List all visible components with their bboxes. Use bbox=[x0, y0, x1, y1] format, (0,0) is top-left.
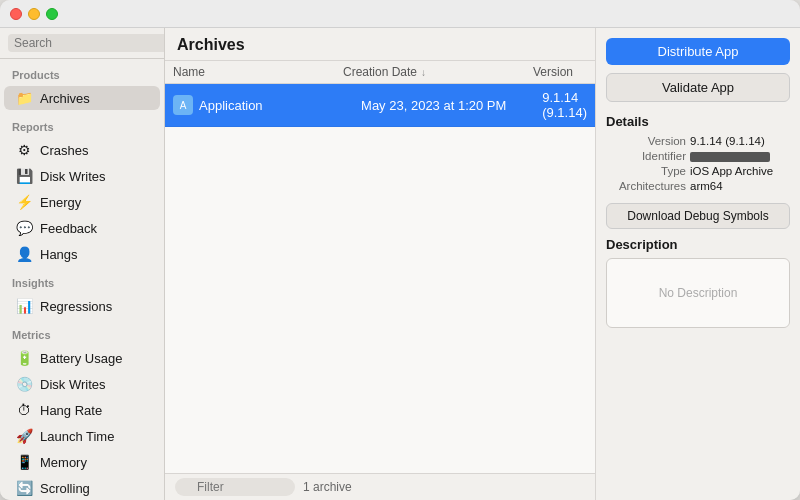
row-date: May 23, 2023 at 1:20 PM bbox=[361, 98, 542, 113]
content-footer: ⌕ 1 archive bbox=[165, 473, 595, 500]
details-version-row: Version 9.1.14 (9.1.14) bbox=[606, 135, 790, 147]
details-identifier-row: Identifier bbox=[606, 150, 790, 162]
details-title: Details bbox=[606, 114, 790, 129]
version-label: Version bbox=[606, 135, 686, 147]
sidebar-item-disk-writes-metrics[interactable]: 💿 Disk Writes bbox=[4, 372, 160, 396]
energy-icon: ⚡ bbox=[16, 194, 32, 210]
details-section: Details Version 9.1.14 (9.1.14) Identifi… bbox=[606, 114, 790, 195]
sidebar-item-disk-writes[interactable]: 💾 Disk Writes bbox=[4, 164, 160, 188]
insights-section-label: Insights bbox=[0, 267, 164, 293]
metrics-section-label: Metrics bbox=[0, 319, 164, 345]
table-header: Name Creation Date ↓ Version bbox=[165, 61, 595, 84]
right-panel: Distribute App Validate App Details Vers… bbox=[595, 28, 800, 500]
archives-icon: 📁 bbox=[16, 90, 32, 106]
disk-writes-label: Disk Writes bbox=[40, 169, 105, 184]
energy-label: Energy bbox=[40, 195, 81, 210]
no-description-text: No Description bbox=[659, 286, 738, 300]
search-input[interactable] bbox=[8, 34, 165, 52]
sidebar-item-launch-time[interactable]: 🚀 Launch Time bbox=[4, 424, 160, 448]
archive-count: 1 archive bbox=[303, 480, 352, 494]
minimize-button[interactable] bbox=[28, 8, 40, 20]
details-type-row: Type iOS App Archive bbox=[606, 165, 790, 177]
description-title: Description bbox=[606, 237, 790, 252]
sidebar-item-crashes[interactable]: ⚙ Crashes bbox=[4, 138, 160, 162]
sidebar-item-hang-rate[interactable]: ⏱ Hang Rate bbox=[4, 398, 160, 422]
crashes-label: Crashes bbox=[40, 143, 88, 158]
sidebar-item-battery-usage[interactable]: 🔋 Battery Usage bbox=[4, 346, 160, 370]
architectures-value: arm64 bbox=[690, 180, 723, 192]
col-name-header[interactable]: Name bbox=[173, 65, 343, 79]
col-version-header[interactable]: Version bbox=[533, 65, 587, 79]
battery-usage-label: Battery Usage bbox=[40, 351, 122, 366]
details-architectures-row: Architectures arm64 bbox=[606, 180, 790, 192]
maximize-button[interactable] bbox=[46, 8, 58, 20]
archives-label: Archives bbox=[40, 91, 90, 106]
sidebar-item-memory[interactable]: 📱 Memory bbox=[4, 450, 160, 474]
distribute-app-button[interactable]: Distribute App bbox=[606, 38, 790, 65]
traffic-lights bbox=[10, 8, 58, 20]
description-box: No Description bbox=[606, 258, 790, 328]
scrolling-icon: 🔄 bbox=[16, 480, 32, 496]
version-value: 9.1.14 (9.1.14) bbox=[690, 135, 765, 147]
hangs-icon: 👤 bbox=[16, 246, 32, 262]
regressions-label: Regressions bbox=[40, 299, 112, 314]
sidebar-item-hangs[interactable]: 👤 Hangs bbox=[4, 242, 160, 266]
row-version: 9.1.14 (9.1.14) bbox=[542, 90, 587, 120]
app-icon: A bbox=[173, 95, 193, 115]
type-value: iOS App Archive bbox=[690, 165, 773, 177]
identifier-value bbox=[690, 152, 770, 162]
table-body: A Application May 23, 2023 at 1:20 PM 9.… bbox=[165, 84, 595, 473]
scrolling-label: Scrolling bbox=[40, 481, 90, 496]
crashes-icon: ⚙ bbox=[16, 142, 32, 158]
table-row[interactable]: A Application May 23, 2023 at 1:20 PM 9.… bbox=[165, 84, 595, 127]
sidebar-item-feedback[interactable]: 💬 Feedback bbox=[4, 216, 160, 240]
sidebar-item-scrolling[interactable]: 🔄 Scrolling bbox=[4, 476, 160, 500]
reports-section-label: Reports bbox=[0, 111, 164, 137]
disk-writes-icon: 💾 bbox=[16, 168, 32, 184]
memory-label: Memory bbox=[40, 455, 87, 470]
identifier-label: Identifier bbox=[606, 150, 686, 162]
feedback-icon: 💬 bbox=[16, 220, 32, 236]
type-label: Type bbox=[606, 165, 686, 177]
filter-input[interactable] bbox=[175, 478, 295, 496]
memory-icon: 📱 bbox=[16, 454, 32, 470]
col-date-header[interactable]: Creation Date ↓ bbox=[343, 65, 533, 79]
close-button[interactable] bbox=[10, 8, 22, 20]
architectures-label: Architectures bbox=[606, 180, 686, 192]
hangs-label: Hangs bbox=[40, 247, 78, 262]
products-section-label: Products bbox=[0, 59, 164, 85]
validate-app-button[interactable]: Validate App bbox=[606, 73, 790, 102]
sidebar-search-bar[interactable]: ❯ bbox=[0, 28, 164, 59]
launch-time-icon: 🚀 bbox=[16, 428, 32, 444]
row-name: Application bbox=[199, 98, 361, 113]
title-bar bbox=[0, 0, 800, 28]
battery-usage-icon: 🔋 bbox=[16, 350, 32, 366]
sidebar: ❯ Products 📁 Archives Reports ⚙ Crashes … bbox=[0, 28, 165, 500]
sidebar-item-regressions[interactable]: 📊 Regressions bbox=[4, 294, 160, 318]
description-section: Description No Description bbox=[606, 237, 790, 328]
launch-time-label: Launch Time bbox=[40, 429, 114, 444]
sort-arrow-icon: ↓ bbox=[421, 67, 426, 78]
filter-wrapper: ⌕ bbox=[175, 478, 295, 496]
download-debug-symbols-button[interactable]: Download Debug Symbols bbox=[606, 203, 790, 229]
hang-rate-icon: ⏱ bbox=[16, 402, 32, 418]
content-area: Archives Name Creation Date ↓ Version A … bbox=[165, 28, 595, 500]
content-header: Archives bbox=[165, 28, 595, 61]
disk-writes-metrics-label: Disk Writes bbox=[40, 377, 105, 392]
sidebar-item-energy[interactable]: ⚡ Energy bbox=[4, 190, 160, 214]
disk-writes-metrics-icon: 💿 bbox=[16, 376, 32, 392]
feedback-label: Feedback bbox=[40, 221, 97, 236]
sidebar-item-archives[interactable]: 📁 Archives bbox=[4, 86, 160, 110]
hang-rate-label: Hang Rate bbox=[40, 403, 102, 418]
regressions-icon: 📊 bbox=[16, 298, 32, 314]
